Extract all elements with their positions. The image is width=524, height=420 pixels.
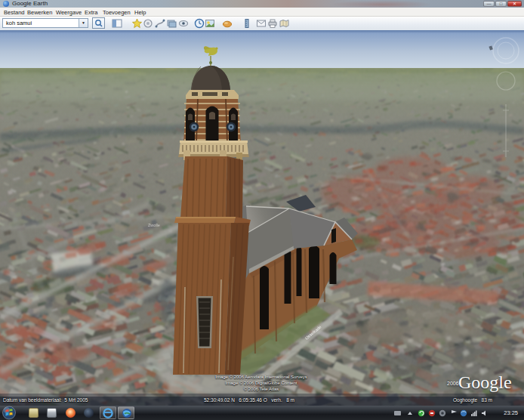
svg-text:Zwolle: Zwolle <box>148 223 160 227</box>
